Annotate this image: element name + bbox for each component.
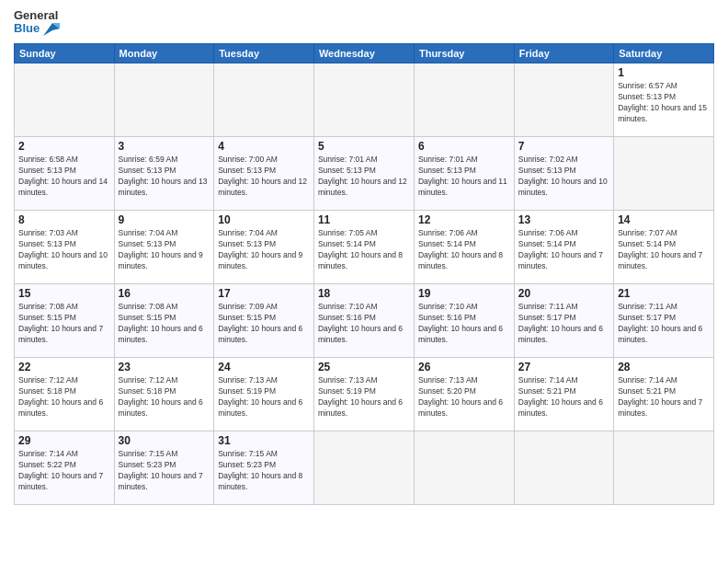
calendar-body: 1Sunrise: 6:57 AMSunset: 5:13 PMDaylight… (15, 63, 714, 504)
calendar-day-cell: 23Sunrise: 7:12 AMSunset: 5:18 PMDayligh… (114, 357, 214, 431)
day-info: Sunrise: 7:05 AMSunset: 5:14 PMDaylight:… (318, 228, 410, 272)
day-info: Sunrise: 7:13 AMSunset: 5:20 PMDaylight:… (418, 375, 510, 419)
calendar-header: SundayMondayTuesdayWednesdayThursdayFrid… (15, 43, 714, 63)
day-info: Sunrise: 7:09 AMSunset: 5:15 PMDaylight:… (218, 302, 310, 346)
day-info: Sunrise: 7:04 AMSunset: 5:13 PMDaylight:… (119, 228, 210, 272)
calendar-day-cell: 18Sunrise: 7:10 AMSunset: 5:16 PMDayligh… (313, 283, 414, 357)
day-of-week-header: Wednesday (313, 43, 414, 63)
day-of-week-header: Monday (114, 43, 214, 63)
calendar-day-cell: 3Sunrise: 6:59 AMSunset: 5:13 PMDaylight… (114, 136, 214, 210)
day-number: 24 (218, 361, 310, 373)
day-number: 20 (518, 287, 609, 300)
day-number: 23 (119, 361, 210, 373)
day-number: 18 (318, 287, 410, 300)
day-info: Sunrise: 7:11 AMSunset: 5:17 PMDaylight:… (518, 302, 609, 346)
calendar-day-cell: 29Sunrise: 7:14 AMSunset: 5:22 PMDayligh… (15, 431, 115, 504)
calendar-day-cell: 27Sunrise: 7:14 AMSunset: 5:21 PMDayligh… (514, 357, 613, 431)
calendar-day-cell (214, 63, 314, 136)
day-number: 5 (318, 140, 410, 153)
day-of-week-header: Saturday (614, 43, 714, 63)
calendar-day-cell: 2Sunrise: 6:58 AMSunset: 5:13 PMDaylight… (15, 136, 115, 210)
day-number: 26 (418, 361, 510, 373)
calendar-day-cell: 9Sunrise: 7:04 AMSunset: 5:13 PMDaylight… (114, 210, 214, 283)
day-of-week-header: Sunday (15, 43, 115, 63)
calendar-day-cell: 5Sunrise: 7:01 AMSunset: 5:13 PMDaylight… (313, 136, 414, 210)
calendar-day-cell (514, 63, 613, 136)
calendar-day-cell: 22Sunrise: 7:12 AMSunset: 5:18 PMDayligh… (15, 357, 115, 431)
day-number: 19 (418, 287, 510, 300)
calendar-week-row: 8Sunrise: 7:03 AMSunset: 5:13 PMDaylight… (15, 210, 714, 283)
day-info: Sunrise: 7:15 AMSunset: 5:23 PMDaylight:… (119, 449, 210, 493)
day-info: Sunrise: 7:14 AMSunset: 5:21 PMDaylight:… (518, 375, 609, 419)
day-info: Sunrise: 7:03 AMSunset: 5:13 PMDaylight:… (18, 228, 110, 272)
day-number: 15 (18, 287, 110, 300)
calendar-day-cell: 13Sunrise: 7:06 AMSunset: 5:14 PMDayligh… (514, 210, 613, 283)
calendar-page: General Blue SundayMondayTuesdayWednesda… (0, 0, 728, 563)
day-number: 22 (18, 361, 110, 373)
day-info: Sunrise: 6:58 AMSunset: 5:13 PMDaylight:… (18, 155, 110, 199)
day-info: Sunrise: 7:14 AMSunset: 5:21 PMDaylight:… (618, 375, 710, 419)
calendar-day-cell: 19Sunrise: 7:10 AMSunset: 5:16 PMDayligh… (414, 283, 514, 357)
calendar-day-cell (414, 63, 514, 136)
calendar-day-cell: 4Sunrise: 7:00 AMSunset: 5:13 PMDaylight… (214, 136, 314, 210)
day-number: 14 (618, 213, 710, 226)
day-info: Sunrise: 7:14 AMSunset: 5:22 PMDaylight:… (18, 449, 110, 493)
day-number: 29 (18, 434, 110, 447)
calendar-day-cell: 17Sunrise: 7:09 AMSunset: 5:15 PMDayligh… (214, 283, 314, 357)
calendar-day-cell: 15Sunrise: 7:08 AMSunset: 5:15 PMDayligh… (15, 283, 115, 357)
day-info: Sunrise: 7:12 AMSunset: 5:18 PMDaylight:… (18, 375, 110, 419)
calendar-week-row: 1Sunrise: 6:57 AMSunset: 5:13 PMDaylight… (15, 63, 714, 136)
day-info: Sunrise: 7:13 AMSunset: 5:19 PMDaylight:… (318, 375, 410, 419)
calendar-week-row: 29Sunrise: 7:14 AMSunset: 5:22 PMDayligh… (15, 431, 714, 504)
day-number: 13 (518, 213, 609, 226)
day-info: Sunrise: 7:07 AMSunset: 5:14 PMDaylight:… (618, 228, 710, 272)
calendar-day-cell (614, 136, 714, 210)
day-number: 11 (318, 213, 410, 226)
calendar-day-cell: 6Sunrise: 7:01 AMSunset: 5:13 PMDaylight… (414, 136, 514, 210)
calendar-day-cell (313, 431, 414, 504)
day-number: 8 (18, 213, 110, 226)
calendar-header-row: SundayMondayTuesdayWednesdayThursdayFrid… (15, 43, 714, 63)
calendar-week-row: 22Sunrise: 7:12 AMSunset: 5:18 PMDayligh… (15, 357, 714, 431)
day-number: 3 (119, 140, 210, 153)
day-info: Sunrise: 7:08 AMSunset: 5:15 PMDaylight:… (18, 302, 110, 346)
day-info: Sunrise: 7:06 AMSunset: 5:14 PMDaylight:… (518, 228, 609, 272)
day-number: 27 (518, 361, 609, 373)
logo-general: General (14, 9, 60, 22)
day-info: Sunrise: 7:12 AMSunset: 5:18 PMDaylight:… (119, 375, 210, 419)
calendar-day-cell: 11Sunrise: 7:05 AMSunset: 5:14 PMDayligh… (313, 210, 414, 283)
day-info: Sunrise: 7:00 AMSunset: 5:13 PMDaylight:… (218, 155, 310, 199)
day-number: 12 (418, 213, 510, 226)
calendar-day-cell: 20Sunrise: 7:11 AMSunset: 5:17 PMDayligh… (514, 283, 613, 357)
day-number: 2 (18, 140, 110, 153)
day-info: Sunrise: 6:57 AMSunset: 5:13 PMDaylight:… (618, 81, 710, 125)
calendar-day-cell: 25Sunrise: 7:13 AMSunset: 5:19 PMDayligh… (313, 357, 414, 431)
calendar-day-cell: 10Sunrise: 7:04 AMSunset: 5:13 PMDayligh… (214, 210, 314, 283)
day-number: 25 (318, 361, 410, 373)
day-info: Sunrise: 7:11 AMSunset: 5:17 PMDaylight:… (618, 302, 710, 346)
calendar-day-cell: 30Sunrise: 7:15 AMSunset: 5:23 PMDayligh… (114, 431, 214, 504)
header: General Blue (14, 9, 714, 36)
logo-blue: Blue (14, 22, 60, 36)
day-info: Sunrise: 7:08 AMSunset: 5:15 PMDaylight:… (119, 302, 210, 346)
day-number: 30 (119, 434, 210, 447)
day-number: 9 (119, 213, 210, 226)
day-info: Sunrise: 7:06 AMSunset: 5:14 PMDaylight:… (418, 228, 510, 272)
day-number: 4 (218, 140, 310, 153)
day-number: 10 (218, 213, 310, 226)
day-of-week-header: Friday (514, 43, 613, 63)
day-info: Sunrise: 7:01 AMSunset: 5:13 PMDaylight:… (418, 155, 510, 199)
calendar-day-cell (15, 63, 115, 136)
calendar-day-cell: 24Sunrise: 7:13 AMSunset: 5:19 PMDayligh… (214, 357, 314, 431)
day-number: 21 (618, 287, 710, 300)
calendar-day-cell (414, 431, 514, 504)
calendar-day-cell: 31Sunrise: 7:15 AMSunset: 5:23 PMDayligh… (214, 431, 314, 504)
day-number: 28 (618, 361, 710, 373)
calendar-day-cell: 28Sunrise: 7:14 AMSunset: 5:21 PMDayligh… (614, 357, 714, 431)
day-info: Sunrise: 7:01 AMSunset: 5:13 PMDaylight:… (318, 155, 410, 199)
calendar-day-cell (114, 63, 214, 136)
day-info: Sunrise: 7:13 AMSunset: 5:19 PMDaylight:… (218, 375, 310, 419)
calendar-day-cell (514, 431, 613, 504)
calendar-day-cell: 12Sunrise: 7:06 AMSunset: 5:14 PMDayligh… (414, 210, 514, 283)
calendar-day-cell: 26Sunrise: 7:13 AMSunset: 5:20 PMDayligh… (414, 357, 514, 431)
